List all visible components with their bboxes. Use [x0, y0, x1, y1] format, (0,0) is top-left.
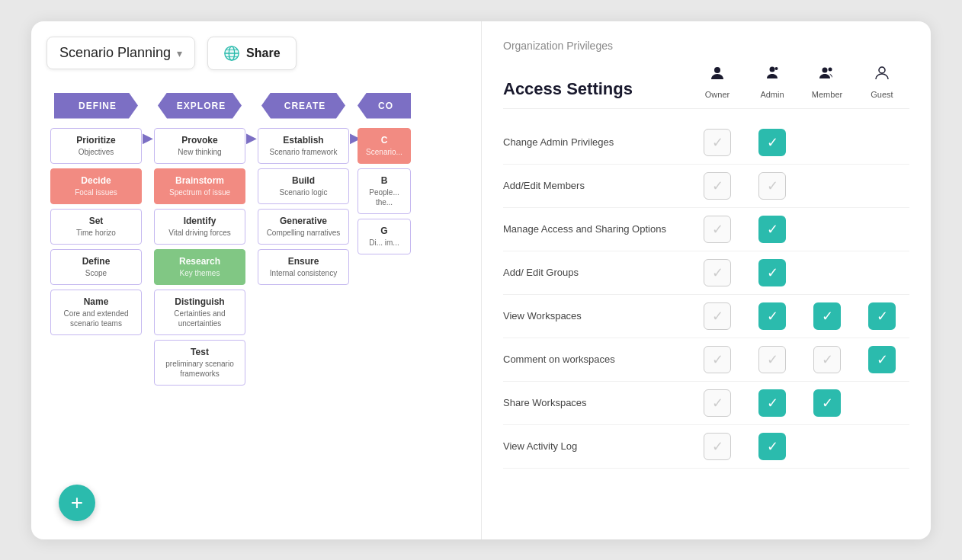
role-col-admin: Admin [745, 64, 800, 99]
card-set: Set Time horizo [50, 209, 142, 245]
create-cards: Establish Scenario framework Build Scena… [258, 128, 349, 285]
check-filled[interactable]: ✓ [813, 389, 841, 417]
check-empty[interactable]: ✓ [704, 259, 731, 286]
permission-check-group: ✓✓ [690, 129, 909, 156]
share-button[interactable]: Share [207, 37, 296, 70]
check-empty[interactable]: ✓ [758, 346, 786, 373]
check-cell: ✓ [690, 259, 745, 286]
check-cell: ✓ [855, 346, 909, 373]
check-cell [800, 259, 855, 286]
check-cell: ✓ [690, 346, 745, 373]
owner-label: Owner [705, 90, 730, 99]
svg-point-6 [770, 66, 775, 72]
check-filled[interactable]: ✓ [758, 302, 786, 330]
check-filled[interactable]: ✓ [758, 129, 786, 156]
member-icon [818, 64, 836, 87]
permission-label: Manage Access and Sharing Options [503, 223, 690, 235]
card-g: G Di... im... [358, 219, 411, 254]
permission-row: Manage Access and Sharing Options✓✓ [503, 208, 909, 251]
check-cell: ✓ [745, 302, 800, 330]
permission-label: Change Admin Privileges [503, 136, 690, 148]
role-col-guest: Guest [855, 64, 909, 99]
check-cell: ✓ [745, 129, 800, 156]
card-c: C Scenario... [358, 128, 411, 164]
svg-point-9 [829, 67, 832, 71]
check-filled[interactable]: ✓ [758, 389, 786, 417]
co-badge: CO [358, 93, 411, 119]
check-cell [800, 129, 855, 156]
check-cell: ✓ [745, 216, 800, 243]
define-cards: Prioritize Objectives Decide Focal issue… [50, 128, 142, 335]
check-cell: ✓ [800, 302, 855, 330]
permission-row: Add/Edit Members✓✓ [503, 165, 909, 208]
guest-label: Guest [871, 90, 893, 99]
check-filled[interactable]: ✓ [758, 259, 786, 286]
check-filled[interactable]: ✓ [813, 302, 841, 330]
permission-label: Comment on workspaces [503, 354, 690, 365]
flow-column-define: DEFINE Prioritize Objectives Decide Foca… [46, 93, 146, 335]
permission-row: Change Admin Privileges✓✓ [503, 121, 909, 165]
check-cell: ✓ [690, 172, 745, 200]
permission-check-group: ✓✓ [690, 216, 909, 243]
check-empty[interactable]: ✓ [758, 172, 786, 200]
explore-cards: Provoke New thinking Brainstorm Spectrum… [154, 128, 245, 386]
chevron-down-icon: ▾ [177, 47, 182, 59]
check-cell [855, 433, 909, 460]
admin-label: Admin [760, 90, 784, 99]
permission-label: Share Workspaces [503, 397, 690, 408]
check-cell: ✓ [690, 129, 745, 156]
check-cell [800, 433, 855, 460]
card-distinguish: Distinguish Certainties and uncertaintie… [154, 290, 245, 335]
svg-point-7 [775, 67, 778, 70]
check-cell: ✓ [690, 389, 745, 417]
permission-row: View Workspaces✓✓✓✓ [503, 295, 909, 338]
role-columns: Owner Admin Member [690, 64, 909, 99]
card-brainstorm: Brainstorm Spectrum of issue [154, 168, 245, 204]
check-empty[interactable]: ✓ [704, 302, 731, 330]
guest-icon [873, 64, 891, 87]
role-col-member: Member [800, 64, 855, 99]
share-label: Share [246, 46, 280, 60]
check-filled[interactable]: ✓ [758, 216, 786, 243]
check-empty[interactable]: ✓ [704, 172, 731, 200]
check-cell: ✓ [800, 346, 855, 373]
card-generative: Generative Compelling narratives [258, 209, 349, 245]
member-label: Member [812, 90, 842, 99]
check-cell [855, 172, 909, 200]
add-fab-button[interactable]: + [59, 485, 95, 521]
card-identify: Identify Vital driving forces [154, 209, 245, 245]
main-container: Scenario Planning ▾ Share DEFINE [31, 21, 931, 539]
check-empty[interactable]: ✓ [813, 346, 841, 373]
flow-header-define: DEFINE [54, 93, 138, 119]
permission-row: Add/ Edit Groups✓✓ [503, 251, 909, 295]
check-empty[interactable]: ✓ [704, 433, 731, 460]
card-define: Define Scope [50, 249, 142, 285]
check-empty[interactable]: ✓ [704, 216, 731, 243]
check-filled[interactable]: ✓ [868, 302, 896, 330]
check-cell: ✓ [745, 389, 800, 417]
card-prioritize: Prioritize Objectives [50, 128, 142, 164]
svg-point-10 [879, 67, 885, 73]
top-bar: Scenario Planning ▾ Share [46, 37, 466, 70]
flow-column-explore: EXPLORE Provoke New thinking Brainstorm … [150, 93, 249, 386]
check-filled[interactable]: ✓ [758, 433, 786, 460]
check-cell: ✓ [745, 433, 800, 460]
check-empty[interactable]: ✓ [704, 129, 731, 156]
permission-check-group: ✓✓✓ [690, 389, 909, 417]
check-cell [855, 259, 909, 286]
permission-check-group: ✓✓✓✓ [690, 346, 909, 373]
permission-row: Share Workspaces✓✓✓ [503, 382, 909, 425]
svg-point-5 [714, 67, 720, 73]
permissions-table: Change Admin Privileges✓✓Add/Edit Member… [503, 121, 909, 469]
permission-row: Comment on workspaces✓✓✓✓ [503, 338, 909, 382]
flow-column-create: CREATE Establish Scenario framework Buil… [254, 93, 353, 285]
flow-column-co: CO C Scenario... B People... the... G Di… [358, 93, 411, 254]
scenario-dropdown[interactable]: Scenario Planning ▾ [46, 37, 195, 69]
plus-icon: + [71, 491, 83, 515]
check-empty[interactable]: ✓ [704, 346, 731, 373]
define-badge: DEFINE [54, 93, 138, 119]
role-col-owner: Owner [690, 64, 745, 99]
check-cell: ✓ [745, 346, 800, 373]
check-filled[interactable]: ✓ [868, 346, 896, 373]
check-empty[interactable]: ✓ [704, 389, 731, 417]
